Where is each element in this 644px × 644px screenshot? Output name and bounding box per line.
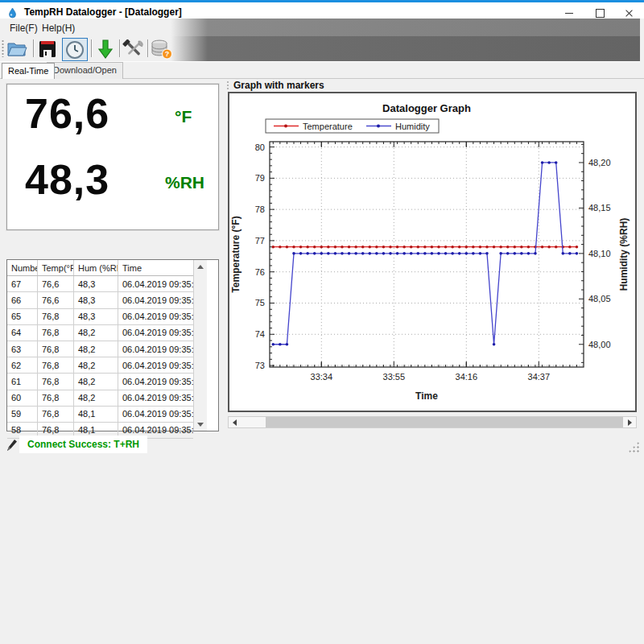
- status-message: Connect Success: T+RH: [19, 436, 147, 453]
- chart-hscrollbar[interactable]: [228, 416, 637, 428]
- table-cell: 06.04.2019 09:35:21: [118, 357, 193, 373]
- svg-text:Humidity (%RH): Humidity (%RH): [618, 218, 630, 291]
- maximize-icon: [596, 9, 605, 18]
- col-header-hum[interactable]: Hum (%RH): [74, 260, 118, 275]
- hscroll-thumb[interactable]: [266, 417, 623, 427]
- table-cell: 61: [7, 374, 38, 389]
- table-cell: 06.04.2019 09:35:14: [118, 407, 193, 422]
- table-cell: 76,8: [38, 341, 74, 357]
- temperature-unit: °F: [175, 107, 192, 126]
- table-cell: 06.04.2019 09:35:25: [118, 325, 193, 341]
- table-cell: 64: [7, 325, 38, 341]
- floppy-disk-icon: [38, 39, 57, 59]
- col-header-number[interactable]: Number: [7, 260, 38, 275]
- app-icon: [6, 7, 19, 19]
- table-cell: 76,8: [38, 407, 74, 422]
- table-cell: 76,8: [38, 390, 74, 406]
- toolbar-separator: [147, 39, 149, 57]
- graph-panel-title: Graph with markers: [233, 80, 324, 91]
- svg-text:Time: Time: [415, 390, 438, 402]
- toolbar-separator: [33, 39, 35, 57]
- svg-text:75: 75: [255, 298, 265, 308]
- table-cell: 48,2: [74, 357, 118, 373]
- tab-real-time[interactable]: Real-Time: [2, 63, 55, 79]
- minimize-icon: [565, 13, 573, 14]
- open-button[interactable]: [5, 38, 29, 60]
- tools-icon: [122, 39, 145, 59]
- scroll-right-icon[interactable]: [624, 417, 636, 427]
- pen-icon: [6, 439, 19, 452]
- table-cell: 65: [7, 309, 38, 324]
- menu-file[interactable]: File(F): [6, 21, 41, 35]
- table-row[interactable]: 6576,848,306.04.2019 09:35:27: [7, 309, 193, 325]
- svg-text:48,10: 48,10: [588, 249, 611, 258]
- window-title: TempRH Datalogger - [Datalogger]: [24, 6, 182, 18]
- svg-text:48,20: 48,20: [588, 158, 611, 167]
- table-scrollbar[interactable]: [193, 260, 207, 431]
- col-header-time[interactable]: Time: [118, 260, 193, 275]
- settings-button[interactable]: [122, 38, 146, 60]
- table-cell: 48,3: [74, 309, 118, 324]
- svg-text:Temperature: Temperature: [303, 122, 353, 131]
- table-cell: 76,8: [38, 309, 74, 324]
- svg-text:?: ?: [165, 50, 170, 58]
- col-header-temp[interactable]: Temp(°F): [38, 260, 74, 275]
- download-arrow-icon: [96, 39, 115, 60]
- realtime-button[interactable]: [62, 38, 88, 61]
- table-row[interactable]: 6676,648,306.04.2019 09:35:29: [7, 292, 193, 308]
- chart-container: Datalogger GraphTemperatureHumidity33:34…: [228, 92, 637, 412]
- tab-download-open[interactable]: Download/Open: [47, 62, 123, 79]
- toolbar-separator: [119, 39, 121, 57]
- download-button[interactable]: [93, 38, 118, 60]
- table-cell: 06.04.2019 09:35:27: [118, 309, 193, 324]
- table-cell: 59: [7, 407, 38, 422]
- scroll-up-icon[interactable]: [194, 260, 207, 273]
- save-button[interactable]: [35, 38, 60, 60]
- svg-text:34:16: 34:16: [456, 372, 478, 382]
- clock-icon: [65, 40, 85, 60]
- svg-text:48,15: 48,15: [588, 203, 611, 213]
- table-cell: 60: [7, 390, 38, 406]
- table-cell: 63: [7, 341, 38, 357]
- status-bar: Connect Success: T+RH: [0, 435, 644, 459]
- table-body: 6776,648,306.04.2019 09:35:316676,648,30…: [7, 276, 193, 439]
- toolbar-gripper[interactable]: [2, 39, 4, 57]
- table-row[interactable]: 6176,848,206.04.2019 09:35:18: [7, 374, 193, 390]
- scroll-left-icon[interactable]: [229, 417, 241, 427]
- table-row[interactable]: 6076,848,206.04.2019 09:35:16: [7, 390, 193, 407]
- table-row[interactable]: 6776,648,306.04.2019 09:35:31: [7, 276, 193, 292]
- table-cell: 48,2: [74, 374, 118, 389]
- table-cell: 76,8: [38, 325, 74, 341]
- table-cell: 06.04.2019 09:35:18: [118, 374, 193, 389]
- table-header-row: Number Temp(°F) Hum (%RH) Time: [7, 260, 193, 276]
- table-cell: 48,2: [74, 390, 118, 406]
- close-icon: [625, 9, 634, 18]
- svg-text:78: 78: [255, 204, 265, 214]
- svg-text:33:34: 33:34: [311, 372, 333, 382]
- data-table: Number Temp(°F) Hum (%RH) Time 6776,648,…: [6, 259, 219, 431]
- datalogger-chart: Datalogger GraphTemperatureHumidity33:34…: [229, 93, 635, 411]
- resize-grip[interactable]: [628, 441, 639, 452]
- data-help-button[interactable]: ?: [150, 38, 174, 60]
- svg-text:34:37: 34:37: [528, 372, 551, 382]
- table-cell: 48,2: [74, 325, 118, 341]
- table-cell: 48,1: [74, 407, 118, 422]
- menu-help[interactable]: Help(H): [39, 21, 78, 35]
- svg-text:74: 74: [255, 329, 265, 339]
- table-row[interactable]: 6276,848,206.04.2019 09:35:21: [7, 357, 193, 374]
- table-row[interactable]: 5976,848,106.04.2019 09:35:14: [7, 407, 193, 423]
- graph-panel-gripper: [226, 80, 229, 90]
- table-row[interactable]: 6376,848,206.04.2019 09:35:23: [7, 341, 193, 357]
- humidity-value: 48,3: [25, 155, 109, 204]
- database-question-icon: ?: [151, 39, 173, 60]
- table-cell: 06.04.2019 09:35:29: [118, 292, 193, 308]
- toolbar-separator: [91, 39, 93, 57]
- humidity-unit: %RH: [165, 173, 204, 192]
- table-row[interactable]: 6476,848,206.04.2019 09:35:25: [7, 325, 193, 341]
- svg-text:73: 73: [255, 361, 265, 370]
- scroll-down-icon[interactable]: [194, 418, 207, 431]
- table-cell: 66: [7, 292, 38, 308]
- tab-strip: Real-Time Download/Open: [0, 62, 644, 79]
- svg-text:76: 76: [255, 267, 265, 277]
- svg-text:Temperature (°F): Temperature (°F): [230, 216, 242, 292]
